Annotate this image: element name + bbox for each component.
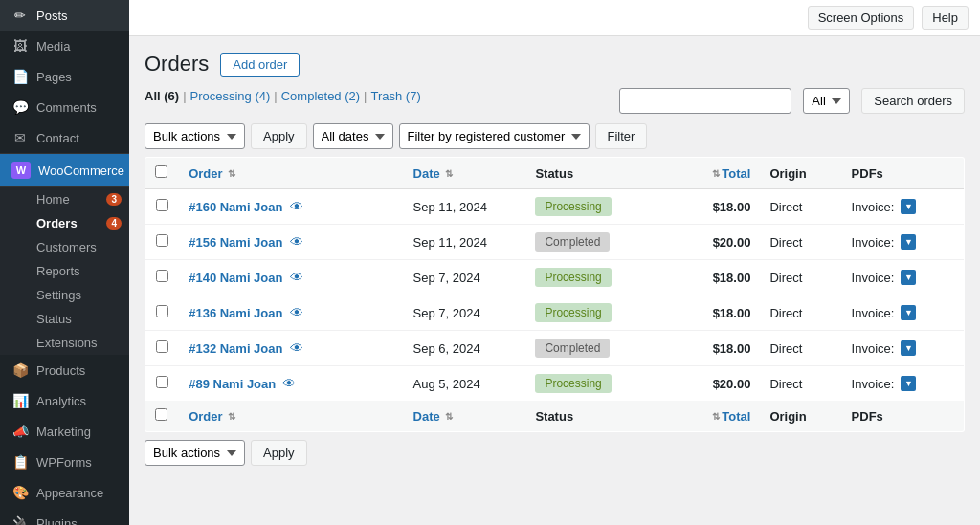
sidebar-label-status: Status bbox=[36, 312, 122, 326]
preview-icon-1[interactable]: 👁 bbox=[290, 234, 303, 250]
apply-button-top[interactable]: Apply bbox=[251, 123, 307, 149]
preview-icon-2[interactable]: 👁 bbox=[290, 270, 303, 285]
pages-icon: 📄 bbox=[11, 69, 29, 84]
date-sort-link-footer[interactable]: Date ⇅ bbox=[413, 409, 517, 424]
sidebar-item-marketing[interactable]: 📣 Marketing bbox=[0, 416, 129, 447]
sidebar-item-comments[interactable]: 💬 Comments bbox=[0, 92, 129, 122]
sidebar-item-wpforms[interactable]: 📋 WPForms bbox=[0, 447, 129, 477]
pdf-icon-1[interactable]: ▼ bbox=[901, 234, 916, 250]
add-order-button[interactable]: Add order bbox=[220, 53, 300, 77]
sidebar-item-settings[interactable]: Settings bbox=[29, 283, 129, 307]
pdf-icon-0[interactable]: ▼ bbox=[901, 199, 916, 214]
row-checkbox-cell bbox=[145, 189, 180, 225]
row-total-0: $18.00 bbox=[669, 189, 761, 225]
woo-submenu: Home 3 Orders 4 Customers Reports Settin… bbox=[0, 187, 129, 355]
select-all-checkbox[interactable] bbox=[155, 165, 167, 178]
apply-button-bottom[interactable]: Apply bbox=[251, 440, 307, 466]
sidebar-item-status[interactable]: Status bbox=[29, 307, 129, 331]
sidebar: ✏ Posts 🖼 Media 📄 Pages 💬 Comments ✉ Con… bbox=[0, 0, 129, 525]
bulk-actions-top-row: Bulk actions Apply All dates Filter by r… bbox=[145, 123, 965, 149]
row-order-0: #160 Nami Joan 👁 bbox=[179, 189, 403, 225]
row-checkbox-0[interactable] bbox=[156, 199, 168, 211]
sidebar-item-woocommerce[interactable]: W WooCommerce bbox=[0, 153, 129, 187]
sidebar-item-media[interactable]: 🖼 Media bbox=[0, 31, 129, 61]
pdf-icon-3[interactable]: ▼ bbox=[901, 305, 916, 320]
row-origin-0: Direct bbox=[760, 189, 841, 225]
sidebar-item-customers[interactable]: Customers bbox=[29, 235, 129, 259]
date-sort-link[interactable]: Date ⇅ bbox=[413, 166, 517, 181]
row-order-2: #140 Nami Joan 👁 bbox=[179, 260, 403, 295]
row-checkbox-4[interactable] bbox=[156, 340, 168, 353]
status-filter-select[interactable]: All bbox=[803, 88, 850, 114]
filter-tab-trash[interactable]: Trash (7) bbox=[370, 89, 420, 103]
filter-button[interactable]: Filter bbox=[595, 123, 648, 149]
sidebar-item-posts[interactable]: ✏ Posts bbox=[0, 0, 129, 31]
order-sort-link-footer[interactable]: Order ⇅ bbox=[189, 409, 393, 424]
order-link-1[interactable]: #156 Nami Joan bbox=[189, 235, 282, 250]
row-checkbox-2[interactable] bbox=[156, 270, 168, 282]
status-badge-5: Processing bbox=[535, 374, 611, 393]
preview-icon-3[interactable]: 👁 bbox=[290, 305, 303, 320]
sidebar-item-home[interactable]: Home 3 bbox=[29, 187, 129, 211]
sidebar-label-wpforms: WPForms bbox=[36, 455, 118, 470]
order-link-4[interactable]: #132 Nami Joan bbox=[189, 341, 282, 356]
search-orders-button[interactable]: Search orders bbox=[861, 88, 965, 114]
bulk-actions-select-bottom[interactable]: Bulk actions bbox=[145, 440, 245, 466]
row-checkbox-1[interactable] bbox=[156, 234, 168, 247]
row-checkbox-5[interactable] bbox=[156, 376, 168, 388]
search-input[interactable] bbox=[619, 88, 791, 114]
preview-icon-5[interactable]: 👁 bbox=[282, 376, 296, 391]
sidebar-label-extensions: Extensions bbox=[36, 336, 122, 350]
sidebar-item-appearance[interactable]: 🎨 Appearance bbox=[0, 477, 129, 508]
order-link-3[interactable]: #136 Nami Joan bbox=[189, 306, 282, 320]
sidebar-label-pages: Pages bbox=[36, 70, 118, 84]
filter-tab-processing[interactable]: Processing (4) bbox=[190, 89, 271, 103]
sidebar-item-pages[interactable]: 📄 Pages bbox=[0, 61, 129, 92]
pdf-icon-5[interactable]: ▼ bbox=[901, 376, 916, 391]
pdf-icon-2[interactable]: ▼ bbox=[901, 270, 916, 285]
marketing-icon: 📣 bbox=[11, 424, 29, 439]
sidebar-item-reports[interactable]: Reports bbox=[29, 259, 129, 283]
row-order-4: #132 Nami Joan 👁 bbox=[179, 331, 403, 366]
sidebar-item-extensions[interactable]: Extensions bbox=[29, 331, 129, 355]
row-status-5: Processing bbox=[525, 366, 668, 402]
sidebar-label-contact: Contact bbox=[36, 131, 118, 145]
table-footer-row: Order ⇅ Date ⇅ Status ⇅ Total Origin PDF… bbox=[145, 401, 965, 432]
sidebar-item-contact[interactable]: ✉ Contact bbox=[0, 122, 129, 153]
bulk-actions-bottom-row: Bulk actions Apply bbox=[145, 440, 965, 466]
customer-filter-select[interactable]: Filter by registered customer bbox=[399, 123, 590, 149]
table-row: #160 Nami Joan 👁 Sep 11, 2024 Processing… bbox=[145, 189, 965, 225]
order-sort-link[interactable]: Order ⇅ bbox=[189, 166, 393, 181]
order-link-0[interactable]: #160 Nami Joan bbox=[189, 200, 282, 214]
sidebar-item-orders[interactable]: Orders 4 bbox=[29, 211, 129, 235]
pdf-icon-4[interactable]: ▼ bbox=[901, 340, 916, 356]
analytics-icon: 📊 bbox=[11, 393, 29, 408]
row-pdf-2: Invoice: ▼ bbox=[842, 260, 965, 295]
screen-options-button[interactable]: Screen Options bbox=[808, 6, 915, 30]
total-sort-link-footer[interactable]: ⇅ Total bbox=[679, 409, 751, 424]
order-link-5[interactable]: #89 Nami Joan bbox=[189, 377, 276, 391]
total-sort-link[interactable]: ⇅ Total bbox=[679, 166, 751, 181]
filter-tab-completed[interactable]: Completed (2) bbox=[281, 89, 360, 103]
row-checkbox-3[interactable] bbox=[156, 305, 168, 317]
dates-filter-select[interactable]: All dates bbox=[313, 123, 393, 149]
preview-icon-0[interactable]: 👁 bbox=[290, 199, 303, 214]
help-button[interactable]: Help bbox=[922, 6, 969, 30]
filter-tab-all[interactable]: All (6) bbox=[145, 89, 179, 103]
bulk-actions-select-top[interactable]: Bulk actions bbox=[145, 123, 245, 149]
preview-icon-4[interactable]: 👁 bbox=[290, 340, 303, 356]
products-icon: 📦 bbox=[11, 362, 29, 378]
row-checkbox-cell bbox=[145, 260, 180, 295]
row-status-3: Processing bbox=[525, 295, 668, 331]
status-badge-3: Processing bbox=[535, 303, 611, 322]
order-link-2[interactable]: #140 Nami Joan bbox=[189, 271, 282, 285]
sidebar-item-analytics[interactable]: 📊 Analytics bbox=[0, 385, 129, 416]
sidebar-item-plugins[interactable]: 🔌 Plugins bbox=[0, 508, 129, 525]
footer-status: Status bbox=[525, 401, 668, 432]
footer-date: Date ⇅ bbox=[404, 401, 526, 432]
sidebar-label-products: Products bbox=[36, 363, 118, 378]
sidebar-item-products[interactable]: 📦 Products bbox=[0, 355, 129, 385]
select-all-checkbox-footer[interactable] bbox=[155, 408, 167, 421]
table-row: #132 Nami Joan 👁 Sep 6, 2024 Completed $… bbox=[145, 331, 965, 366]
row-total-2: $18.00 bbox=[669, 260, 761, 295]
